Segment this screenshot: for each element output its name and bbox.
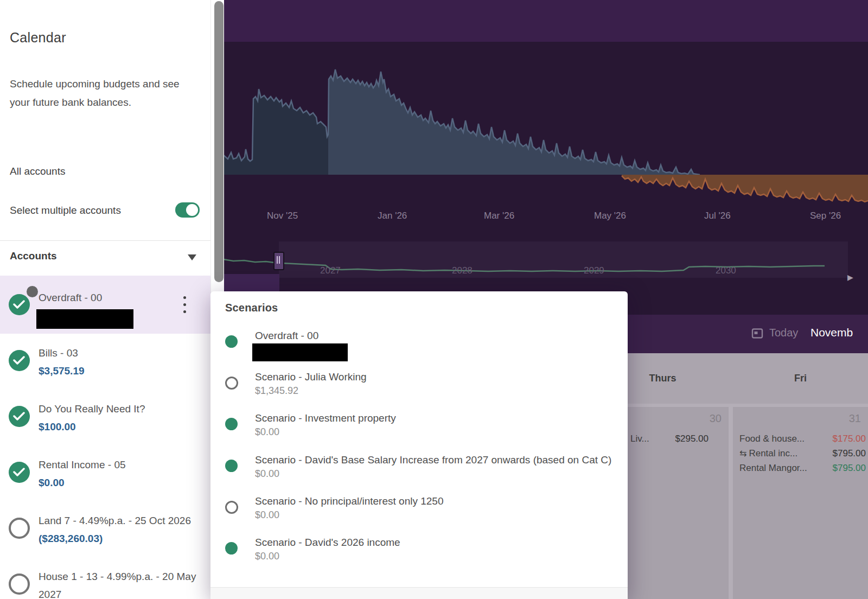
kebab-menu-icon[interactable]: [180, 296, 190, 315]
unchecked-circle-icon[interactable]: [9, 573, 30, 595]
scenario-value: $0.00: [255, 509, 279, 521]
scenario-name: Scenario - No principal/interest only 12…: [255, 495, 443, 507]
scrollbar-thumb[interactable]: [214, 1, 224, 282]
calendar-panel: Today Novemb Thurs Fri 30Liv...$295.0031…: [597, 315, 868, 599]
entry-label: Rental Mangor...: [739, 463, 807, 474]
scenario-value: $0.00: [255, 551, 279, 562]
scenario-name: Overdraft - 00: [255, 330, 318, 342]
page-title: Calendar: [10, 30, 66, 46]
redacted-scenario-value: [252, 343, 348, 361]
timeline-brush-handle[interactable]: [273, 252, 284, 270]
scenarios-popup: Scenarios Overdraft - 00Scenario - Julia…: [210, 291, 628, 599]
today-label: Today: [769, 327, 798, 339]
scenario-name: Scenario - Julia Working: [255, 371, 367, 383]
scenario-value: $0.00: [255, 426, 279, 438]
toggle-knob: [186, 204, 198, 216]
scenario-row[interactable]: Scenario - David's 2026 income$0.00: [210, 537, 628, 578]
scenario-radio-selected-icon[interactable]: [225, 542, 238, 555]
scenario-name: Scenario - Investment property: [255, 412, 396, 424]
account-row[interactable]: Overdraft - 00: [0, 276, 210, 334]
sidebar-description: Schedule upcoming budgets and see your f…: [10, 75, 189, 112]
status-dot-icon: [25, 285, 39, 298]
entry-amount: $795.00: [833, 448, 866, 459]
scenario-radio-selected-icon[interactable]: [225, 418, 238, 430]
weekday-friday: Fri: [733, 373, 868, 384]
calendar-day-cell[interactable]: 31Food & house...$175.00⇆Rental inc...$7…: [733, 407, 868, 599]
scenario-radio-selected-icon[interactable]: [225, 335, 238, 348]
entry-label: Food & house...: [739, 434, 805, 444]
account-name: House 1 - 13 - 4.99%p.a. - 20 May: [39, 571, 201, 583]
timeline-year-label: 2029: [584, 265, 604, 276]
account-name-line2: 2027: [39, 589, 61, 599]
timeline-next-arrow-icon[interactable]: ▶: [847, 273, 853, 282]
account-balance: $0.00: [39, 477, 65, 489]
checked-circle-icon[interactable]: [9, 462, 30, 483]
calendar-header: Today Novemb: [597, 315, 868, 353]
timeline-brush-selection[interactable]: [279, 241, 848, 278]
scenario-radio-unselected-icon[interactable]: [225, 501, 238, 514]
scenario-row[interactable]: Scenario - Julia Working$1,345.92: [210, 371, 628, 412]
scenario-name: Scenario - David's Base Salary Increase …: [255, 454, 611, 466]
calendar-cells: 30Liv...$295.0031Food & house...$175.00⇆…: [597, 405, 868, 599]
scenario-row[interactable]: Scenario - David's Base Salary Increase …: [210, 454, 628, 495]
scenario-value: $0.00: [255, 468, 279, 480]
account-row[interactable]: Do You Really Need It?$100.00: [0, 395, 210, 451]
calendar-icon: [751, 327, 764, 340]
account-name: Land 7 - 4.49%p.a. - 25 Oct 2026: [39, 515, 201, 527]
account-balance: ($283,260.03): [39, 533, 103, 545]
scenario-name: Scenario - David's 2026 income: [255, 537, 400, 549]
calendar-entry[interactable]: ⇆Rental inc...$795.00: [733, 447, 868, 462]
account-name: Overdraft - 00: [39, 292, 174, 304]
x-axis-label: Jul '26: [704, 211, 731, 221]
scenarios-title: Scenarios: [225, 302, 278, 314]
scenario-radio-unselected-icon[interactable]: [225, 377, 238, 390]
calendar-entry[interactable]: Food & house...$175.00: [733, 432, 868, 447]
account-row[interactable]: Rental Income - 05$0.00: [0, 451, 210, 507]
account-row[interactable]: House 1 - 13 - 4.99%p.a. - 20 May2027: [0, 563, 210, 599]
x-axis-label: May '26: [594, 211, 626, 221]
account-row[interactable]: Land 7 - 4.49%p.a. - 25 Oct 2026($283,26…: [0, 507, 210, 563]
scenario-row[interactable]: Scenario - Investment property$0.00: [210, 412, 628, 454]
select-multiple-label: Select multiple accounts: [10, 205, 121, 216]
negative-balance-area-series: [622, 175, 868, 202]
checked-circle-icon[interactable]: [9, 406, 30, 427]
select-multiple-toggle[interactable]: [175, 202, 200, 218]
checked-circle-icon[interactable]: [9, 294, 30, 315]
x-axis-label: Sep '26: [810, 211, 841, 221]
day-number: 30: [710, 412, 722, 425]
forecast-chart: Nov '25Jan '26Mar '26May '26Jul '26Sep '…: [224, 0, 868, 315]
x-axis-label: Nov '25: [267, 211, 298, 221]
account-name: Do You Really Need It?: [39, 403, 201, 415]
day-entries: Food & house...$175.00⇆Rental inc...$795…: [733, 432, 868, 476]
scenarios-popup-footer: [210, 587, 628, 599]
entry-amount: $795.00: [833, 463, 866, 474]
timeline-year-label: 2027: [320, 265, 341, 276]
account-row[interactable]: Bills - 03$3,575.19: [0, 339, 210, 395]
entry-amount: $175.00: [833, 434, 866, 444]
unchecked-circle-icon[interactable]: [9, 518, 30, 539]
accounts-section-header[interactable]: Accounts: [0, 241, 210, 276]
accounts-header-label: Accounts: [10, 250, 57, 262]
calendar-month-label: Novemb: [810, 326, 853, 339]
day-number: 31: [849, 412, 861, 425]
app-root: Nov '25Jan '26Mar '26May '26Jul '26Sep '…: [0, 0, 868, 599]
account-name: Bills - 03: [39, 347, 201, 359]
account-name: Rental Income - 05: [39, 459, 201, 471]
chevron-down-icon: [188, 254, 196, 260]
account-balance: $100.00: [39, 421, 76, 433]
scenario-radio-selected-icon[interactable]: [225, 460, 238, 472]
timeline-year-label: 2030: [716, 265, 736, 276]
scenario-value: $1,345.92: [255, 385, 298, 397]
all-accounts-label[interactable]: All accounts: [10, 165, 65, 177]
x-axis-label: Jan '26: [378, 211, 407, 221]
scenario-row[interactable]: Overdraft - 00: [210, 330, 628, 371]
account-balance: $3,575.19: [39, 365, 85, 377]
calendar-entry[interactable]: Rental Mangor...$795.00: [733, 462, 868, 476]
entry-label: Liv...: [630, 434, 649, 444]
transfer-icon: ⇆: [739, 449, 746, 458]
checked-circle-icon[interactable]: [9, 350, 30, 371]
scenario-row[interactable]: Scenario - No principal/interest only 12…: [210, 495, 628, 537]
timeline-year-label: 2028: [452, 265, 473, 276]
redacted-account-value: [36, 309, 133, 329]
select-multiple-row: Select multiple accounts: [10, 202, 201, 219]
